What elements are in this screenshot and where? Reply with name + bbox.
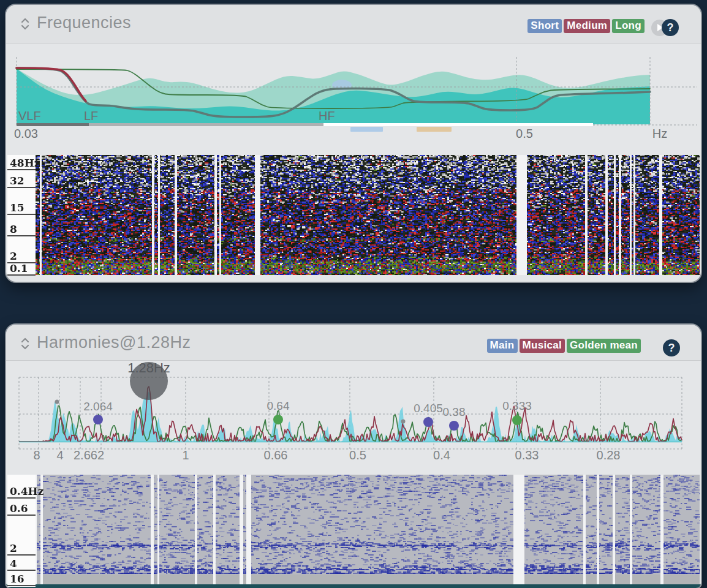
collapse-toggle-icon[interactable]	[20, 17, 31, 31]
help-button[interactable]: ?	[662, 19, 679, 36]
band-label-lf: LF	[84, 109, 98, 123]
spectrogram-y-axis: 48Hz3215820.1	[7, 155, 36, 275]
harmonies-spectrogram[interactable]	[36, 475, 700, 587]
legend-item-long[interactable]: Long	[612, 19, 645, 33]
x-tick-0-4: 0.4	[433, 448, 450, 462]
spectro-y-label-4: 4	[7, 557, 36, 571]
updown-chevrons-icon	[20, 336, 31, 351]
peak-marker-dot[interactable]	[55, 400, 59, 404]
range-badge[interactable]	[350, 127, 383, 132]
frequencies-panel-header: Frequencies ShortMediumLong ?	[6, 5, 701, 43]
app-background: { "panel1": { "title": "Frequencies", "h…	[0, 0, 707, 588]
x-tick-0-33: 0.33	[515, 448, 539, 462]
help-button[interactable]: ?	[663, 339, 680, 356]
legend-item-short[interactable]: Short	[527, 19, 562, 33]
x-tick-0-28: 0.28	[597, 448, 621, 462]
spectro-y-label-48hz: 48Hz	[7, 156, 36, 170]
peak-label-0-405: 0.405	[414, 402, 443, 415]
collapse-toggle-icon[interactable]	[20, 336, 31, 351]
x-tick-0-5: 0.5	[349, 448, 366, 462]
peak-label-0-38: 0.38	[443, 405, 466, 418]
harmonies-legend: MainMusicalGolden mean	[487, 339, 641, 353]
spectrogram-y-axis: 0.4Hz0.62416	[7, 475, 36, 587]
frequency-chart[interactable]: VLFLFHF0.030.5Hz	[6, 52, 701, 149]
axis-strip-segment[interactable]	[323, 123, 593, 126]
spectro-y-label-0-1: 0.1	[7, 262, 36, 276]
peak-label-2-064: 2.064	[83, 400, 113, 413]
peak-marker-2-064[interactable]	[93, 415, 103, 424]
peak-marker-0-38[interactable]	[449, 421, 459, 431]
axis-strip-segment[interactable]	[17, 123, 89, 126]
harmonies-chart[interactable]: 1.28Hz2.0640.640.4050.380.333842.66210.6…	[6, 361, 701, 470]
peak-label-1-28hz: 1.28Hz	[127, 361, 170, 375]
spectro-y-label-0-4hz: 0.4Hz	[7, 484, 36, 499]
band-label-hf: HF	[319, 109, 335, 123]
x-tick-0-66: 0.66	[264, 448, 288, 462]
bottom-edge-strip	[6, 584, 701, 588]
x-tick-1: 1	[182, 448, 189, 462]
x-tick-8: 8	[33, 448, 40, 462]
spectro-y-label-8: 8	[7, 222, 36, 236]
frequencies-panel: Frequencies ShortMediumLong ? VLFLFHF0.0…	[6, 5, 701, 282]
legend-item-main[interactable]: Main	[487, 339, 518, 353]
peak-marker-dot[interactable]	[401, 420, 406, 424]
x-tick-hz: Hz	[652, 127, 667, 140]
x-tick-4: 4	[56, 448, 63, 462]
spectro-y-label-16: 16	[7, 572, 36, 586]
range-badge[interactable]	[417, 127, 452, 132]
harmonies-panel-header: Harmonies@1.28Hz MainMusicalGolden mean …	[6, 325, 701, 361]
legend-item-musical[interactable]: Musical	[520, 339, 565, 353]
spectro-y-label-15: 15	[7, 201, 36, 215]
panel-title-harmonies: Harmonies@1.28Hz	[37, 333, 191, 352]
axis-strip-segment[interactable]	[89, 123, 323, 126]
peak-marker-0-64[interactable]	[273, 415, 283, 424]
frequency-spectrogram[interactable]	[36, 155, 700, 275]
peak-label-0-333: 0.333	[502, 399, 532, 412]
panel-title-frequencies: Frequencies	[37, 13, 131, 32]
peak-marker-0-405[interactable]	[423, 417, 433, 427]
spectro-y-label-0-6: 0.6	[7, 502, 36, 516]
spectro-y-label-32: 32	[7, 174, 36, 188]
legend-item-golden-mean[interactable]: Golden mean	[567, 339, 641, 353]
spectro-y-label-2: 2	[7, 541, 36, 556]
updown-chevrons-icon	[20, 17, 31, 31]
band-label-vlf: VLF	[18, 109, 41, 123]
legend-item-medium[interactable]: Medium	[564, 19, 610, 33]
peak-marker-0-333[interactable]	[512, 415, 522, 425]
x-tick-0-5: 0.5	[516, 127, 533, 140]
x-tick-0-03: 0.03	[14, 127, 38, 140]
harmonies-panel: Harmonies@1.28Hz MainMusicalGolden mean …	[6, 325, 701, 588]
peak-label-0-64: 0.64	[267, 399, 290, 412]
frequencies-legend: ShortMediumLong	[527, 19, 645, 33]
x-tick-2-662: 2.662	[74, 448, 104, 462]
